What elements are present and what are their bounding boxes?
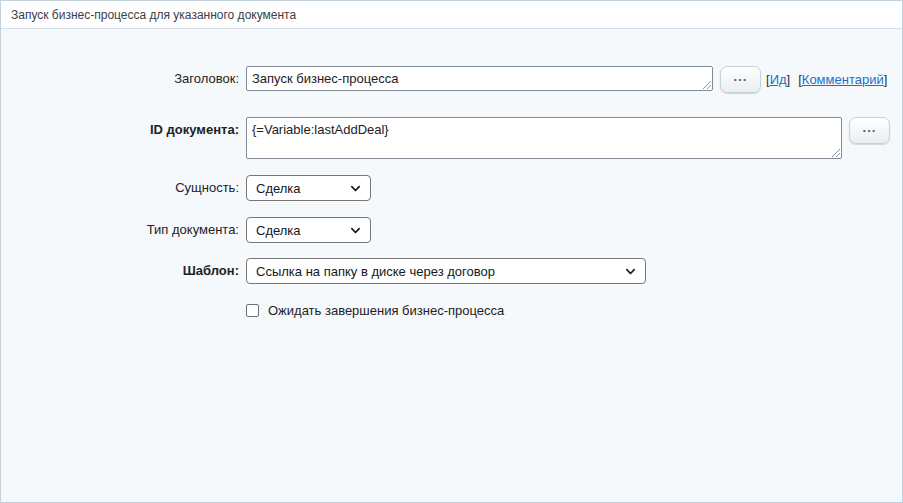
insert-comment-link[interactable]: Комментарий: [802, 72, 884, 87]
document-id-row: ID документа: {=Variable:lastAddDeal} ..…: [1, 117, 902, 159]
document-type-label: Тип документа:: [1, 217, 239, 243]
entity-row: Сущность: Сделка: [1, 175, 902, 201]
dialog-title: Запуск бизнес-процесса для указанного до…: [11, 8, 296, 22]
chevron-down-icon: [350, 183, 361, 194]
dialog-header: Запуск бизнес-процесса для указанного до…: [1, 1, 902, 29]
chevron-down-icon: [350, 225, 361, 236]
entity-select[interactable]: Сделка: [246, 175, 371, 201]
bracket: ]: [787, 72, 791, 87]
document-id-input[interactable]: {=Variable:lastAddDeal}: [246, 117, 842, 159]
template-label: Шаблон:: [1, 258, 239, 284]
template-select-value: Ссылка на папку в диске через договор: [256, 264, 495, 279]
insert-comment-link-group: [Комментарий]: [798, 72, 887, 87]
title-more-button[interactable]: ...: [720, 66, 761, 93]
document-type-row: Тип документа: Сделка: [1, 217, 902, 243]
wait-completion-label: Ожидать завершения бизнес-процесса: [268, 303, 504, 318]
settings-form: Заголовок: Запуск бизнес-процесса ... [И…: [1, 29, 902, 318]
entity-label: Сущность:: [1, 175, 239, 201]
title-label: Заголовок:: [1, 66, 239, 92]
wait-completion-checkbox[interactable]: [246, 304, 259, 317]
title-row: Заголовок: Запуск бизнес-процесса ... [И…: [1, 66, 902, 93]
activity-settings-dialog: Запуск бизнес-процесса для указанного до…: [0, 0, 903, 503]
document-id-more-button[interactable]: ...: [849, 117, 890, 144]
entity-select-value: Сделка: [256, 181, 301, 196]
document-type-select-value: Сделка: [256, 223, 301, 238]
insert-id-link-group: [Ид]: [766, 72, 790, 87]
template-row: Шаблон: Ссылка на папку в диске через до…: [1, 258, 902, 284]
template-select[interactable]: Ссылка на папку в диске через договор: [246, 258, 646, 284]
chevron-down-icon: [625, 266, 636, 277]
document-id-label: ID документа:: [1, 117, 239, 143]
wait-completion-row: Ожидать завершения бизнес-процесса: [1, 302, 902, 318]
title-insert-links: [Ид] [Комментарий]: [766, 66, 887, 93]
title-input[interactable]: Запуск бизнес-процесса: [246, 66, 713, 91]
bracket: ]: [884, 72, 888, 87]
insert-id-link[interactable]: Ид: [770, 72, 787, 87]
document-type-select[interactable]: Сделка: [246, 217, 371, 243]
